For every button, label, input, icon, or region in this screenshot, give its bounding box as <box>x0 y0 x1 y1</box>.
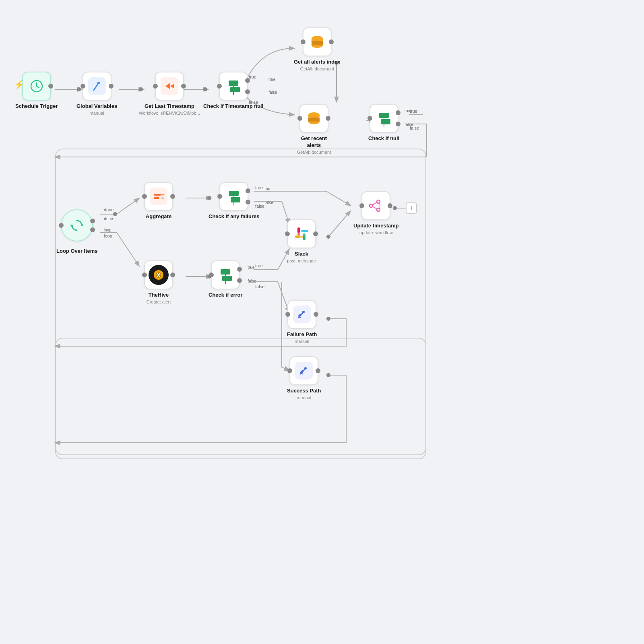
check-if-error-node: true false Check if error <box>208 260 243 299</box>
global-variables-node: Global Variables manual <box>76 72 117 116</box>
svg-rect-45 <box>312 41 323 45</box>
false-connector <box>245 89 250 94</box>
svg-rect-77 <box>295 235 301 238</box>
thehive-node: TheHive Create: alert <box>144 260 173 304</box>
check-any-failures-box[interactable] <box>219 182 248 211</box>
check-timestamp-null-node: true false Check if Timestamp null <box>203 72 263 110</box>
slack-node: Slack post: message <box>287 219 316 263</box>
svg-point-87 <box>302 311 305 313</box>
svg-point-82 <box>377 200 380 203</box>
aggregate-box[interactable] <box>144 182 173 211</box>
aggregate-node: Aggregate <box>144 182 173 220</box>
false-label-failures: false <box>264 200 273 205</box>
check-timestamp-null-box[interactable] <box>219 72 248 101</box>
done-label: done <box>104 217 113 221</box>
success-path-label: Success Path <box>287 388 321 394</box>
failure-path-sublabel: manual <box>295 339 309 344</box>
aggregate-label: Aggregate <box>146 213 171 220</box>
true-connector-error <box>237 267 242 272</box>
get-recent-alerts-box[interactable] <box>299 104 328 133</box>
svg-rect-49 <box>308 115 320 117</box>
check-if-null-box[interactable] <box>369 104 398 133</box>
schedule-trigger-box[interactable] <box>22 72 51 101</box>
svg-point-81 <box>369 204 373 207</box>
get-recent-alerts-node: Get recent alerts GetAll: document <box>294 104 334 155</box>
get-last-timestamp-box[interactable] <box>155 72 184 101</box>
global-variables-sublabel: manual <box>90 111 104 116</box>
update-timestamp-box[interactable] <box>361 191 390 220</box>
svg-rect-71 <box>222 276 232 281</box>
slack-box[interactable] <box>287 219 316 248</box>
success-path-node: Success Path manual <box>287 356 321 400</box>
svg-rect-79 <box>302 230 308 232</box>
slack-label: Slack <box>295 251 308 258</box>
svg-rect-55 <box>381 119 390 124</box>
check-any-failures-node: true false Check if any failures <box>208 182 259 220</box>
failure-path-node: Failure Path manual <box>287 300 317 344</box>
get-last-timestamp-node: Get Last Timestamp Workflow: iePEHVK2wDl… <box>139 72 200 116</box>
svg-line-37 <box>37 86 39 88</box>
global-variables-box[interactable] <box>83 72 111 101</box>
svg-rect-51 <box>308 118 320 122</box>
update-timestamp-sublabel: update: workflow <box>359 230 393 235</box>
true-connector-failures <box>246 188 250 193</box>
check-if-error-label: Check if error <box>208 292 243 299</box>
svg-point-83 <box>377 208 380 211</box>
svg-rect-80 <box>301 230 303 232</box>
false-label: false <box>268 90 277 95</box>
done-connector <box>90 219 95 223</box>
schedule-trigger-label: Schedule Trigger <box>15 103 58 110</box>
failure-path-label: Failure Path <box>287 331 317 338</box>
true-label-failures: true <box>264 187 271 191</box>
true-connector-null <box>396 110 400 115</box>
loop-over-items-box[interactable] <box>61 209 93 242</box>
true-label: true <box>268 77 275 82</box>
global-variables-label: Global Variables <box>76 103 117 110</box>
failure-path-box[interactable] <box>287 300 316 329</box>
svg-rect-43 <box>312 39 323 41</box>
svg-rect-76 <box>303 233 305 235</box>
thehive-box[interactable] <box>144 260 173 289</box>
check-if-null-label: Check if null <box>368 135 399 142</box>
check-if-error-box[interactable] <box>211 260 240 289</box>
check-if-null-node: true false Check if null <box>368 104 399 142</box>
false-connector-null <box>396 122 400 126</box>
true-label-null: true <box>405 109 411 113</box>
svg-point-38 <box>97 82 100 84</box>
svg-rect-59 <box>154 194 161 196</box>
loop-label: loop <box>104 228 111 232</box>
schedule-trigger-node: ⚡ Schedule Trigger <box>15 72 58 110</box>
svg-rect-40 <box>230 87 240 92</box>
get-all-alerts-label: Get all alerts index <box>294 59 341 66</box>
svg-line-84 <box>373 202 377 205</box>
svg-rect-78 <box>301 235 303 238</box>
get-all-alerts-node: Get all alerts index GetAll: document <box>294 27 341 71</box>
thehive-label: TheHive <box>149 292 169 299</box>
get-all-alerts-box[interactable] <box>303 27 332 56</box>
success-path-sublabel: manual <box>297 395 311 400</box>
loop-over-items-label: Loop Over Items <box>56 248 98 255</box>
loop-over-items-node: done loop Loop Over Items <box>56 209 98 255</box>
add-node-button[interactable]: + <box>406 202 417 214</box>
update-timestamp-label: Update timestamp <box>353 223 399 229</box>
false-connector-failures <box>246 200 250 204</box>
svg-line-85 <box>373 206 377 209</box>
thehive-sublabel: Create: alert <box>147 299 171 304</box>
svg-point-88 <box>304 367 307 369</box>
get-last-timestamp-sublabel: Workflow: iePEHVK2wDlMpb... <box>139 111 200 116</box>
check-any-failures-label: Check if any failures <box>208 213 259 220</box>
update-timestamp-node: Update timestamp update: workflow <box>353 191 399 235</box>
check-timestamp-null-label: Check if Timestamp null <box>203 103 263 110</box>
false-label-null: false <box>405 122 413 127</box>
true-label-error: true <box>248 265 254 270</box>
get-all-alerts-sublabel: GetAll: document <box>300 66 334 71</box>
get-recent-alerts-label: Get recent alerts <box>294 135 334 149</box>
get-recent-alerts-sublabel: GetAll: document <box>297 150 331 155</box>
svg-rect-60 <box>154 197 159 199</box>
svg-rect-75 <box>303 235 305 240</box>
svg-rect-64 <box>231 197 240 202</box>
true-connector <box>245 78 250 83</box>
slack-sublabel: post: message <box>287 258 316 263</box>
success-path-box[interactable] <box>289 356 318 385</box>
false-label-error: false <box>248 279 256 283</box>
